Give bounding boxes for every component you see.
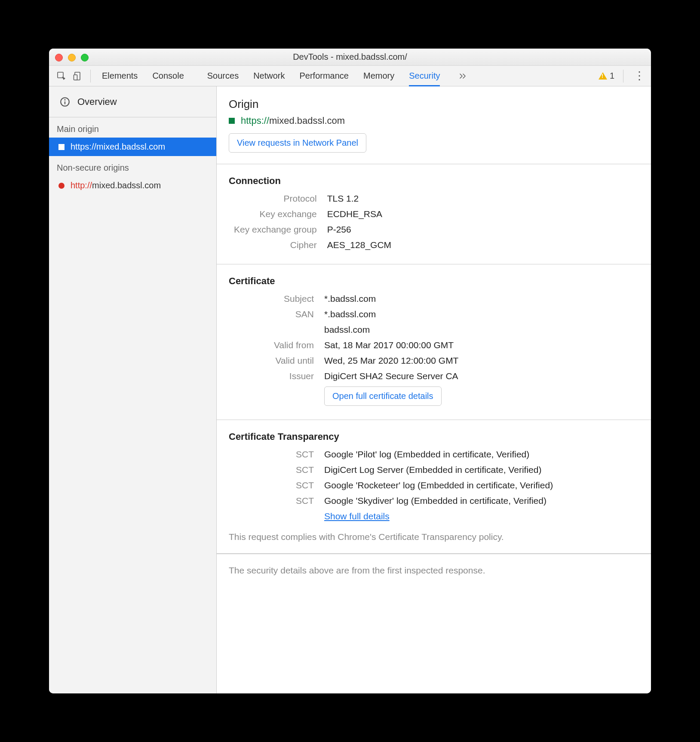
- sct-label: SCT: [229, 478, 319, 493]
- secure-origin-icon: [58, 144, 64, 150]
- devtools-tabstrip: Elements Console Sources Network Perform…: [49, 66, 651, 86]
- sct-value-1: Google 'Pilot' log (Embedded in certific…: [319, 447, 558, 462]
- tab-network[interactable]: Network: [253, 66, 285, 86]
- origin-scheme: https://: [241, 115, 269, 126]
- protocol-label: Protocol: [229, 191, 322, 206]
- tab-elements[interactable]: Elements: [102, 66, 138, 86]
- origin-domain: mixed.badssl.com: [269, 115, 345, 126]
- sct-label: SCT: [229, 493, 319, 509]
- security-main: Origin https://mixed.badssl.com View req…: [217, 86, 651, 693]
- devtools-window: DevTools - mixed.badssl.com/ Elements Co…: [49, 49, 651, 693]
- info-icon: [59, 96, 71, 107]
- warning-count: 1: [610, 71, 614, 81]
- key-exchange-value: ECDHE_RSA: [322, 206, 396, 222]
- origin-heading: Origin: [229, 98, 639, 111]
- issuer-value: DigiCert SHA2 Secure Server CA: [319, 368, 464, 384]
- san-value-1: *.badssl.com: [319, 307, 464, 322]
- nonsecure-origins-header: Non-secure origins: [49, 156, 216, 176]
- connection-heading: Connection: [229, 175, 639, 187]
- ct-heading: Certificate Transparency: [229, 431, 639, 442]
- key-exchange-group-label: Key exchange group: [229, 222, 322, 237]
- origin-scheme: http://: [71, 181, 92, 190]
- warning-icon: [599, 72, 607, 80]
- subject-value: *.badssl.com: [319, 291, 464, 307]
- show-full-details-link[interactable]: Show full details: [324, 511, 390, 521]
- sct-label: SCT: [229, 447, 319, 462]
- close-icon[interactable]: [55, 54, 63, 61]
- overview-label: Overview: [77, 96, 117, 107]
- more-tabs-icon[interactable]: [454, 69, 471, 83]
- device-toggle-icon[interactable]: [70, 69, 86, 83]
- origin-panel: Origin https://mixed.badssl.com View req…: [217, 86, 651, 164]
- key-exchange-label: Key exchange: [229, 206, 322, 222]
- kebab-menu-icon[interactable]: ⋮: [632, 69, 647, 83]
- origin-scheme: https://: [71, 142, 96, 151]
- cipher-label: Cipher: [229, 237, 322, 253]
- valid-until-label: Valid until: [229, 353, 319, 368]
- sct-value-2: DigiCert Log Server (Embedded in certifi…: [319, 462, 558, 478]
- protocol-value: TLS 1.2: [322, 191, 396, 206]
- ct-compliance-note: This request complies with Chrome's Cert…: [229, 532, 639, 542]
- tab-sources[interactable]: Sources: [207, 66, 239, 86]
- certificate-heading: Certificate: [229, 276, 639, 287]
- san-label: SAN: [229, 307, 319, 322]
- certificate-panel: Certificate Subject*.badssl.com SAN*.bad…: [217, 264, 651, 420]
- svg-rect-2: [74, 75, 77, 80]
- valid-until-value: Wed, 25 Mar 2020 12:00:00 GMT: [319, 353, 464, 368]
- inspect-element-icon[interactable]: [53, 69, 70, 83]
- tab-security[interactable]: Security: [409, 66, 440, 86]
- key-exchange-group-value: P-256: [322, 222, 396, 237]
- warning-badge[interactable]: 1: [599, 71, 614, 81]
- origin-domain: mixed.badssl.com: [92, 181, 161, 190]
- separator: [90, 70, 91, 83]
- connection-panel: Connection ProtocolTLS 1.2 Key exchangeE…: [217, 164, 651, 264]
- sct-label: SCT: [229, 462, 319, 478]
- sidebar-nonsecure-origin[interactable]: http://mixed.badssl.com: [49, 176, 216, 195]
- svg-point-5: [64, 99, 65, 100]
- subject-label: Subject: [229, 291, 319, 307]
- secure-indicator-icon: [229, 118, 235, 124]
- zoom-icon[interactable]: [81, 54, 89, 61]
- nonsecure-origin-icon: [58, 183, 64, 189]
- view-requests-button[interactable]: View requests in Network Panel: [229, 133, 366, 153]
- titlebar: DevTools - mixed.badssl.com/: [49, 49, 651, 66]
- main-origin-header: Main origin: [49, 117, 216, 138]
- separator: [623, 70, 623, 83]
- tab-console[interactable]: Console: [152, 66, 184, 86]
- valid-from-value: Sat, 18 Mar 2017 00:00:00 GMT: [319, 337, 464, 353]
- origin-domain: mixed.badssl.com: [96, 142, 165, 151]
- window-title: DevTools - mixed.badssl.com/: [49, 52, 651, 62]
- valid-from-label: Valid from: [229, 337, 319, 353]
- security-sidebar: Overview Main origin https://mixed.badss…: [49, 86, 217, 693]
- tab-memory[interactable]: Memory: [363, 66, 394, 86]
- sct-value-3: Google 'Rocketeer' log (Embedded in cert…: [319, 478, 558, 493]
- footer-note: The security details above are from the …: [217, 554, 651, 587]
- sidebar-main-origin[interactable]: https://mixed.badssl.com: [49, 138, 216, 156]
- san-value-2: badssl.com: [319, 322, 464, 337]
- overview-button[interactable]: Overview: [49, 86, 216, 117]
- tab-performance[interactable]: Performance: [300, 66, 349, 86]
- sct-value-4: Google 'Skydiver' log (Embedded in certi…: [319, 493, 558, 509]
- cipher-value: AES_128_GCM: [322, 237, 396, 253]
- issuer-label: Issuer: [229, 368, 319, 384]
- open-cert-details-button[interactable]: Open full certificate details: [324, 386, 442, 406]
- ct-panel: Certificate Transparency SCTGoogle 'Pilo…: [217, 420, 651, 554]
- minimize-icon[interactable]: [68, 54, 76, 61]
